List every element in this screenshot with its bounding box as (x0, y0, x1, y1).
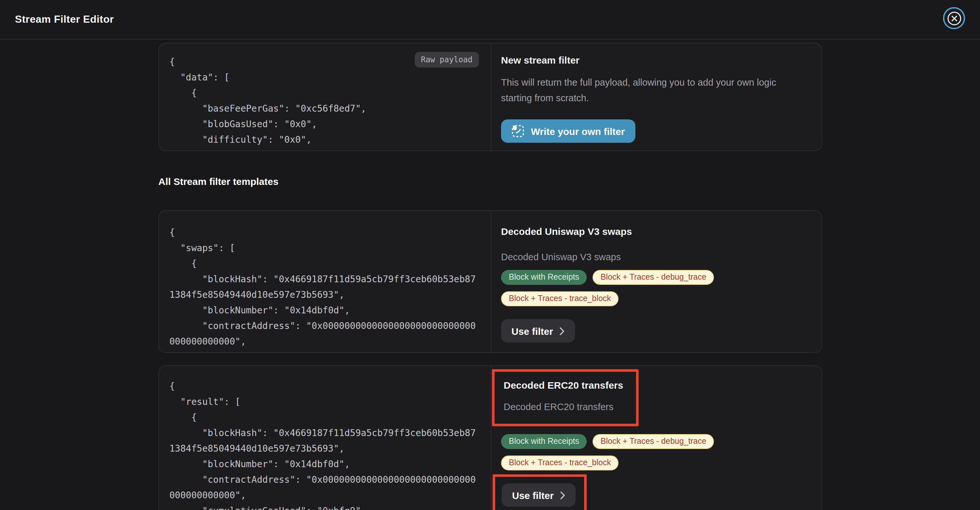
draw-filter-icon (511, 125, 524, 138)
red-highlight-button-box: Use filter (493, 474, 587, 510)
template-title: Decoded ERC20 transfers (504, 379, 623, 392)
json-preview: { "swaps": [ { "blockHash": "0x4669187f1… (159, 211, 491, 353)
templates-heading: All Stream filter templates (158, 176, 822, 187)
use-filter-button[interactable]: Use filter (501, 319, 575, 343)
json-preview-panel: { "result": [ { "blockHash": "0x4669187f… (159, 366, 491, 510)
circle-x-icon (947, 11, 961, 25)
write-your-own-filter-button[interactable]: Write your own filter (501, 119, 635, 143)
card-title: New stream filter (501, 54, 805, 67)
badge-list: Block with Receipts Block + Traces - deb… (501, 270, 805, 306)
modal-content: { "data": [ { "baseFeePerGas": "0xc56f8e… (0, 43, 822, 510)
use-filter-button[interactable]: Use filter (502, 483, 576, 507)
red-highlight-title-box: Decoded ERC20 transfers Decoded ERC20 tr… (492, 369, 639, 426)
button-label: Use filter (511, 326, 553, 337)
button-label: Use filter (512, 489, 554, 500)
badge-block-with-receipts: Block with Receipts (501, 434, 587, 449)
template-card-erc20-transfers: { "result": [ { "blockHash": "0x4669187f… (158, 365, 822, 510)
template-card-uniswap-v3-swaps: { "swaps": [ { "blockHash": "0x4669187f1… (158, 210, 822, 353)
card-description: This will return the full payload, allow… (501, 75, 805, 106)
modal-header: Stream Filter Editor (0, 0, 980, 40)
badge-list: Block with Receipts Block + Traces - deb… (501, 434, 805, 470)
template-info-panel: Decoded Uniswap V3 swaps Decoded Uniswap… (491, 211, 822, 352)
template-title: Decoded Uniswap V3 swaps (501, 225, 805, 238)
chevron-right-icon (560, 491, 565, 499)
new-stream-filter-card: { "data": [ { "baseFeePerGas": "0xc56f8e… (158, 43, 822, 151)
chevron-right-icon (560, 327, 565, 335)
button-label: Write your own filter (531, 126, 625, 137)
badge-block-traces-trace-block: Block + Traces - trace_block (501, 291, 619, 306)
raw-payload-badge: Raw payload (414, 52, 479, 67)
template-info-panel: Decoded ERC20 transfers Decoded ERC20 tr… (491, 366, 822, 510)
template-subtitle: Decoded ERC20 transfers (504, 400, 623, 413)
template-subtitle: Decoded Uniswap V3 swaps (501, 251, 805, 264)
json-preview-panel: { "swaps": [ { "blockHash": "0x4669187f1… (159, 211, 491, 352)
new-filter-info-panel: New stream filter This will return the f… (491, 43, 822, 151)
stream-filter-editor-modal: Stream Filter Editor { "data": [ { "base… (0, 0, 980, 510)
badge-block-with-receipts: Block with Receipts (501, 270, 587, 285)
badge-block-traces-debug-trace: Block + Traces - debug_trace (593, 270, 714, 285)
page-title: Stream Filter Editor (15, 14, 114, 25)
badge-block-traces-trace-block: Block + Traces - trace_block (501, 456, 619, 470)
badge-block-traces-debug-trace: Block + Traces - debug_trace (593, 434, 714, 449)
json-preview-panel: { "data": [ { "baseFeePerGas": "0xc56f8e… (159, 43, 491, 151)
json-preview: { "result": [ { "blockHash": "0x4669187f… (159, 366, 491, 510)
close-button[interactable] (943, 7, 965, 29)
